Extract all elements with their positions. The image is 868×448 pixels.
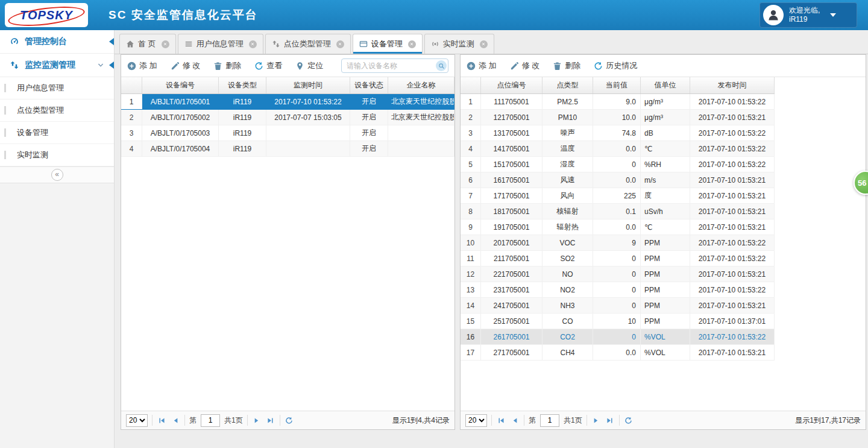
table-row[interactable]: 2121705001PM1010.0μg/m³2017-07-10 01:53:… (461, 110, 775, 125)
prev-page-button[interactable] (510, 415, 520, 425)
sidebar-item-monitor-mgmt[interactable]: 监控监测管理 (0, 54, 114, 77)
table-row[interactable]: 17271705001CH40.0%VOL2017-07-10 01:53:21 (461, 345, 775, 361)
cell: %VOL (641, 329, 690, 345)
close-icon[interactable] (408, 40, 416, 48)
column-header[interactable]: 监测时间 (266, 77, 350, 94)
close-icon[interactable] (480, 40, 488, 48)
column-header[interactable]: 设备编号 (142, 77, 219, 94)
tab-realtime[interactable]: 实时监测 (424, 34, 494, 54)
sidebar: 管理控制台 监控监测管理 用户信息管理 点位类型管理 设备管理 (0, 30, 115, 448)
cell: 161705001 (481, 172, 542, 188)
device-table-wrap: 设备编号设备类型监测时间设备状态企业名称 1A/BJLT/0/1705001iR… (121, 77, 454, 411)
table-row[interactable]: 8181705001核辐射0.1uSv/h2017-07-10 01:53:21 (461, 204, 775, 219)
first-page-button[interactable] (496, 415, 506, 425)
cell: 核辐射 (542, 204, 593, 219)
locate-button[interactable]: 定位 (295, 60, 323, 71)
table-row[interactable]: 3131705001噪声74.8dB2017-07-10 01:53:22 (461, 125, 775, 141)
tab-home[interactable]: 首 页 (119, 34, 176, 54)
table-row[interactable]: 7171705001风向225度2017-07-10 01:53:21 (461, 188, 775, 204)
last-page-button[interactable] (605, 415, 615, 425)
next-page-button[interactable] (252, 415, 262, 425)
column-header[interactable]: 值单位 (641, 77, 690, 94)
cell: μg/m³ (641, 94, 690, 110)
table-row[interactable]: 15251705001CO10PPM2017-07-10 01:37:01 (461, 314, 775, 329)
table-row[interactable]: 11211705001SO20PPM2017-07-10 01:53:22 (461, 251, 775, 267)
item-tick (4, 151, 6, 159)
cell: 211705001 (481, 251, 542, 267)
sidebar-item-device-mgmt[interactable]: 设备管理 (0, 122, 114, 144)
next-page-button[interactable] (591, 415, 601, 425)
collapse-button[interactable]: « (51, 169, 63, 181)
add-button[interactable]: 添 加 (127, 60, 157, 71)
cell: PM10 (542, 110, 593, 125)
page-number-input[interactable] (201, 414, 220, 427)
sidebar-item-realtime[interactable]: 实时监测 (0, 144, 114, 166)
page-label: 第 (189, 415, 197, 426)
delete-button[interactable]: 删除 (213, 60, 241, 71)
cell: 噪声 (542, 125, 593, 141)
table-row[interactable]: 1A/BJLT/0/1705001iR1192017-07-10 01:53:2… (121, 94, 454, 110)
sidebar-item-user-info[interactable]: 用户信息管理 (0, 77, 114, 99)
table-row[interactable]: 1111705001PM2.59.0μg/m³2017-07-10 01:53:… (461, 94, 775, 110)
row-number: 2 (121, 110, 142, 125)
edit-button[interactable]: 修 改 (171, 60, 201, 71)
refresh-button[interactable] (285, 415, 294, 425)
row-number: 1 (121, 94, 142, 110)
close-icon[interactable] (336, 40, 344, 48)
column-header[interactable]: 企业名称 (388, 77, 454, 94)
history-button[interactable]: 历史情况 (594, 60, 637, 71)
tab-point-type[interactable]: 点位类型管理 (265, 34, 351, 54)
sidebar-item-console[interactable]: 管理控制台 (0, 30, 114, 54)
last-page-button[interactable] (266, 415, 275, 425)
column-header[interactable]: 发布时间 (690, 77, 775, 94)
table-row[interactable]: 12221705001NO0PPM2017-07-10 01:53:21 (461, 267, 775, 282)
table-row[interactable]: 10201705001VOC9PPM2017-07-10 01:53:22 (461, 235, 775, 251)
close-icon[interactable] (162, 40, 169, 48)
user-menu[interactable]: 欢迎光临, iR119 (760, 2, 857, 28)
page-size-select[interactable]: 20 (126, 414, 148, 427)
total-pages: 共1页 (564, 415, 582, 426)
add-button[interactable]: 添 加 (467, 60, 497, 71)
prev-page-button[interactable] (171, 415, 180, 425)
cell: uSv/h (641, 204, 690, 219)
tab-user-info[interactable]: 用户信息管理 (178, 34, 263, 54)
table-row[interactable]: 5151705001湿度0%RH2017-07-10 01:53:22 (461, 157, 775, 172)
search-icon[interactable] (436, 60, 447, 71)
main-area: 首 页 用户信息管理 点位类型管理 设备管理 实时监测 (115, 30, 868, 448)
app-window: TOPSKY SC 安全监管信息化云平台 欢迎光临, iR119 管理控制台 监… (0, 0, 868, 448)
page-number-input[interactable] (540, 414, 559, 427)
delete-button[interactable]: 删除 (553, 60, 580, 71)
record-info: 显示1到17,共17记录 (795, 415, 861, 426)
tab-label: 首 页 (138, 39, 156, 49)
cell: 0.0 (593, 172, 641, 188)
sidebar-item-point-type[interactable]: 点位类型管理 (0, 99, 114, 122)
table-row[interactable]: 16261705001CO20%VOL2017-07-10 01:53:22 (461, 329, 775, 345)
table-row[interactable]: 4A/BJLT/0/1705004iR119开启 (121, 141, 454, 157)
column-header[interactable]: 当前值 (593, 77, 641, 94)
sidebar-item-label: 监控监测管理 (25, 60, 75, 71)
tab-device-mgmt[interactable]: 设备管理 (353, 34, 423, 54)
edit-button[interactable]: 修 改 (510, 60, 540, 71)
cell: %RH (641, 157, 690, 172)
table-row[interactable]: 14241705001NH30PPM2017-07-10 01:53:21 (461, 298, 775, 314)
column-header[interactable]: 点类型 (542, 77, 593, 94)
column-header[interactable]: 设备类型 (219, 77, 266, 94)
first-page-button[interactable] (157, 415, 166, 425)
row-number: 12 (461, 267, 481, 282)
table-row[interactable]: 13231705001NO20PPM2017-07-10 01:53:22 (461, 282, 775, 298)
table-row[interactable]: 2A/BJLT/0/1705002iR1192017-07-07 15:03:0… (121, 110, 454, 125)
search-input[interactable] (341, 58, 448, 73)
row-number: 1 (461, 94, 481, 110)
table-row[interactable]: 6161705001风速0.0m/s2017-07-10 01:53:21 (461, 172, 775, 188)
view-button[interactable]: 查看 (254, 60, 282, 71)
table-row[interactable]: 3A/BJLT/0/1705003iR119开启 (121, 125, 454, 141)
column-header[interactable]: 点位编号 (481, 77, 542, 94)
page-size-select[interactable]: 20 (465, 414, 487, 427)
sidebar-item-label: 管理控制台 (25, 36, 67, 47)
close-icon[interactable] (249, 40, 257, 48)
table-row[interactable]: 9191705001辐射热0.0℃2017-07-10 01:53:21 (461, 219, 775, 235)
refresh-button[interactable] (624, 415, 634, 425)
table-row[interactable]: 4141705001温度0.0℃2017-07-10 01:53:22 (461, 141, 775, 157)
column-header[interactable]: 设备状态 (350, 77, 388, 94)
cell: CH4 (542, 345, 593, 361)
